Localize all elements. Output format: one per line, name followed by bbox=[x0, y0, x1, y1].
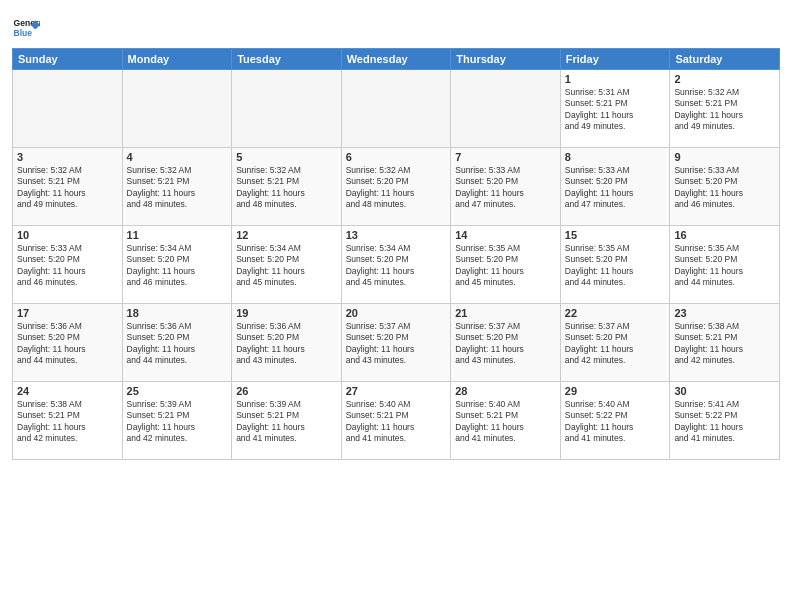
calendar-cell: 3Sunrise: 5:32 AM Sunset: 5:21 PM Daylig… bbox=[13, 148, 123, 226]
calendar-cell: 30Sunrise: 5:41 AM Sunset: 5:22 PM Dayli… bbox=[670, 382, 780, 460]
calendar-cell: 21Sunrise: 5:37 AM Sunset: 5:20 PM Dayli… bbox=[451, 304, 561, 382]
calendar-cell bbox=[232, 70, 342, 148]
day-number: 4 bbox=[127, 151, 228, 163]
calendar-cell: 2Sunrise: 5:32 AM Sunset: 5:21 PM Daylig… bbox=[670, 70, 780, 148]
day-info: Sunrise: 5:32 AM Sunset: 5:20 PM Dayligh… bbox=[346, 165, 447, 211]
calendar-cell: 9Sunrise: 5:33 AM Sunset: 5:20 PM Daylig… bbox=[670, 148, 780, 226]
day-info: Sunrise: 5:34 AM Sunset: 5:20 PM Dayligh… bbox=[127, 243, 228, 289]
day-info: Sunrise: 5:35 AM Sunset: 5:20 PM Dayligh… bbox=[455, 243, 556, 289]
day-number: 16 bbox=[674, 229, 775, 241]
day-number: 18 bbox=[127, 307, 228, 319]
calendar-cell bbox=[13, 70, 123, 148]
day-info: Sunrise: 5:35 AM Sunset: 5:20 PM Dayligh… bbox=[674, 243, 775, 289]
day-number: 8 bbox=[565, 151, 666, 163]
weekday-header-monday: Monday bbox=[122, 49, 232, 70]
day-info: Sunrise: 5:36 AM Sunset: 5:20 PM Dayligh… bbox=[17, 321, 118, 367]
day-number: 12 bbox=[236, 229, 337, 241]
weekday-header-wednesday: Wednesday bbox=[341, 49, 451, 70]
logo: General Blue bbox=[12, 14, 40, 42]
day-info: Sunrise: 5:34 AM Sunset: 5:20 PM Dayligh… bbox=[346, 243, 447, 289]
day-number: 23 bbox=[674, 307, 775, 319]
day-info: Sunrise: 5:33 AM Sunset: 5:20 PM Dayligh… bbox=[455, 165, 556, 211]
calendar-cell: 6Sunrise: 5:32 AM Sunset: 5:20 PM Daylig… bbox=[341, 148, 451, 226]
calendar-cell: 23Sunrise: 5:38 AM Sunset: 5:21 PM Dayli… bbox=[670, 304, 780, 382]
day-info: Sunrise: 5:36 AM Sunset: 5:20 PM Dayligh… bbox=[127, 321, 228, 367]
day-info: Sunrise: 5:37 AM Sunset: 5:20 PM Dayligh… bbox=[565, 321, 666, 367]
header: General Blue bbox=[12, 10, 780, 42]
calendar-cell: 12Sunrise: 5:34 AM Sunset: 5:20 PM Dayli… bbox=[232, 226, 342, 304]
calendar-cell: 17Sunrise: 5:36 AM Sunset: 5:20 PM Dayli… bbox=[13, 304, 123, 382]
calendar-cell: 8Sunrise: 5:33 AM Sunset: 5:20 PM Daylig… bbox=[560, 148, 670, 226]
day-number: 7 bbox=[455, 151, 556, 163]
day-info: Sunrise: 5:40 AM Sunset: 5:21 PM Dayligh… bbox=[346, 399, 447, 445]
weekday-header-tuesday: Tuesday bbox=[232, 49, 342, 70]
week-row-2: 10Sunrise: 5:33 AM Sunset: 5:20 PM Dayli… bbox=[13, 226, 780, 304]
calendar-cell: 7Sunrise: 5:33 AM Sunset: 5:20 PM Daylig… bbox=[451, 148, 561, 226]
day-number: 22 bbox=[565, 307, 666, 319]
calendar-cell: 27Sunrise: 5:40 AM Sunset: 5:21 PM Dayli… bbox=[341, 382, 451, 460]
day-info: Sunrise: 5:40 AM Sunset: 5:22 PM Dayligh… bbox=[565, 399, 666, 445]
calendar-cell: 25Sunrise: 5:39 AM Sunset: 5:21 PM Dayli… bbox=[122, 382, 232, 460]
calendar-cell bbox=[122, 70, 232, 148]
week-row-0: 1Sunrise: 5:31 AM Sunset: 5:21 PM Daylig… bbox=[13, 70, 780, 148]
weekday-header-thursday: Thursday bbox=[451, 49, 561, 70]
day-number: 29 bbox=[565, 385, 666, 397]
week-row-1: 3Sunrise: 5:32 AM Sunset: 5:21 PM Daylig… bbox=[13, 148, 780, 226]
calendar-cell: 14Sunrise: 5:35 AM Sunset: 5:20 PM Dayli… bbox=[451, 226, 561, 304]
day-info: Sunrise: 5:32 AM Sunset: 5:21 PM Dayligh… bbox=[17, 165, 118, 211]
logo-icon: General Blue bbox=[12, 14, 40, 42]
week-row-3: 17Sunrise: 5:36 AM Sunset: 5:20 PM Dayli… bbox=[13, 304, 780, 382]
day-number: 10 bbox=[17, 229, 118, 241]
day-number: 24 bbox=[17, 385, 118, 397]
day-number: 3 bbox=[17, 151, 118, 163]
day-number: 27 bbox=[346, 385, 447, 397]
calendar: SundayMondayTuesdayWednesdayThursdayFrid… bbox=[12, 48, 780, 460]
day-info: Sunrise: 5:35 AM Sunset: 5:20 PM Dayligh… bbox=[565, 243, 666, 289]
calendar-cell: 11Sunrise: 5:34 AM Sunset: 5:20 PM Dayli… bbox=[122, 226, 232, 304]
weekday-header-saturday: Saturday bbox=[670, 49, 780, 70]
calendar-cell: 18Sunrise: 5:36 AM Sunset: 5:20 PM Dayli… bbox=[122, 304, 232, 382]
day-info: Sunrise: 5:38 AM Sunset: 5:21 PM Dayligh… bbox=[674, 321, 775, 367]
day-info: Sunrise: 5:31 AM Sunset: 5:21 PM Dayligh… bbox=[565, 87, 666, 133]
day-number: 6 bbox=[346, 151, 447, 163]
calendar-cell: 5Sunrise: 5:32 AM Sunset: 5:21 PM Daylig… bbox=[232, 148, 342, 226]
calendar-cell: 13Sunrise: 5:34 AM Sunset: 5:20 PM Dayli… bbox=[341, 226, 451, 304]
day-info: Sunrise: 5:33 AM Sunset: 5:20 PM Dayligh… bbox=[565, 165, 666, 211]
day-info: Sunrise: 5:36 AM Sunset: 5:20 PM Dayligh… bbox=[236, 321, 337, 367]
day-info: Sunrise: 5:33 AM Sunset: 5:20 PM Dayligh… bbox=[674, 165, 775, 211]
calendar-cell bbox=[341, 70, 451, 148]
day-number: 25 bbox=[127, 385, 228, 397]
weekday-header-row: SundayMondayTuesdayWednesdayThursdayFrid… bbox=[13, 49, 780, 70]
day-number: 1 bbox=[565, 73, 666, 85]
day-info: Sunrise: 5:40 AM Sunset: 5:21 PM Dayligh… bbox=[455, 399, 556, 445]
weekday-header-sunday: Sunday bbox=[13, 49, 123, 70]
day-number: 30 bbox=[674, 385, 775, 397]
day-number: 11 bbox=[127, 229, 228, 241]
calendar-cell: 28Sunrise: 5:40 AM Sunset: 5:21 PM Dayli… bbox=[451, 382, 561, 460]
day-info: Sunrise: 5:41 AM Sunset: 5:22 PM Dayligh… bbox=[674, 399, 775, 445]
day-number: 15 bbox=[565, 229, 666, 241]
day-number: 13 bbox=[346, 229, 447, 241]
calendar-cell: 29Sunrise: 5:40 AM Sunset: 5:22 PM Dayli… bbox=[560, 382, 670, 460]
day-number: 17 bbox=[17, 307, 118, 319]
calendar-cell: 24Sunrise: 5:38 AM Sunset: 5:21 PM Dayli… bbox=[13, 382, 123, 460]
day-number: 5 bbox=[236, 151, 337, 163]
day-number: 28 bbox=[455, 385, 556, 397]
day-info: Sunrise: 5:32 AM Sunset: 5:21 PM Dayligh… bbox=[674, 87, 775, 133]
calendar-cell: 15Sunrise: 5:35 AM Sunset: 5:20 PM Dayli… bbox=[560, 226, 670, 304]
calendar-cell bbox=[451, 70, 561, 148]
day-number: 9 bbox=[674, 151, 775, 163]
day-info: Sunrise: 5:38 AM Sunset: 5:21 PM Dayligh… bbox=[17, 399, 118, 445]
calendar-cell: 22Sunrise: 5:37 AM Sunset: 5:20 PM Dayli… bbox=[560, 304, 670, 382]
day-info: Sunrise: 5:33 AM Sunset: 5:20 PM Dayligh… bbox=[17, 243, 118, 289]
day-number: 26 bbox=[236, 385, 337, 397]
calendar-cell: 10Sunrise: 5:33 AM Sunset: 5:20 PM Dayli… bbox=[13, 226, 123, 304]
calendar-cell: 20Sunrise: 5:37 AM Sunset: 5:20 PM Dayli… bbox=[341, 304, 451, 382]
weekday-header-friday: Friday bbox=[560, 49, 670, 70]
day-info: Sunrise: 5:39 AM Sunset: 5:21 PM Dayligh… bbox=[127, 399, 228, 445]
calendar-cell: 16Sunrise: 5:35 AM Sunset: 5:20 PM Dayli… bbox=[670, 226, 780, 304]
day-info: Sunrise: 5:39 AM Sunset: 5:21 PM Dayligh… bbox=[236, 399, 337, 445]
day-info: Sunrise: 5:34 AM Sunset: 5:20 PM Dayligh… bbox=[236, 243, 337, 289]
day-number: 2 bbox=[674, 73, 775, 85]
day-info: Sunrise: 5:32 AM Sunset: 5:21 PM Dayligh… bbox=[127, 165, 228, 211]
